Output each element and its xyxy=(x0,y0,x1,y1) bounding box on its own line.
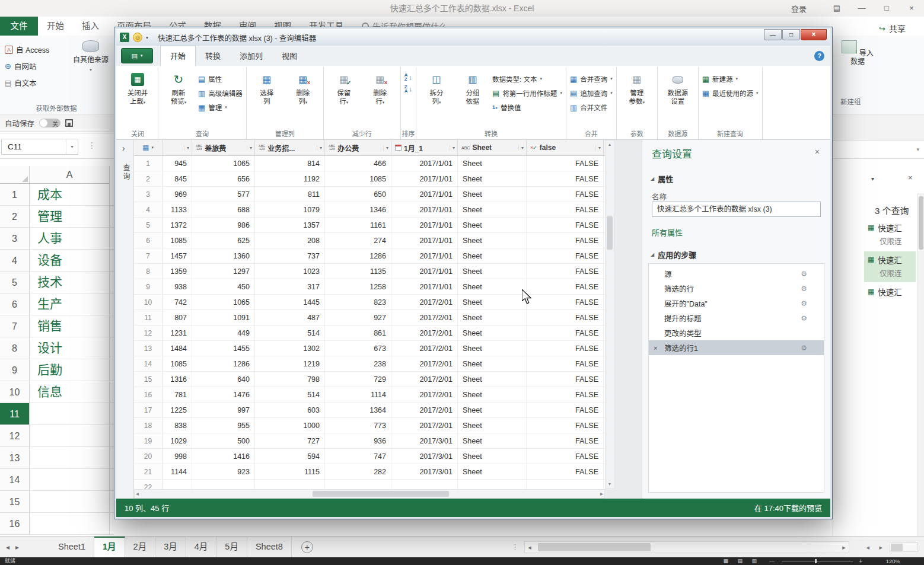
scroll-up-icon[interactable]: ▴ xyxy=(606,141,614,149)
filter-icon[interactable]: ▾ xyxy=(450,145,455,151)
grid-cell[interactable]: 1286 xyxy=(192,356,255,371)
all-properties-link[interactable]: 所有属性 xyxy=(652,226,683,238)
feedback-smiley-icon[interactable]: ☺ xyxy=(133,33,142,42)
grid-cell[interactable]: FALSE xyxy=(527,418,604,433)
cell-A12[interactable] xyxy=(30,425,110,447)
from-web-button[interactable]: ⊕ 自网站 xyxy=(5,60,36,72)
gear-icon[interactable]: ⚙ xyxy=(801,314,807,323)
grid-cell[interactable]: 208 xyxy=(255,233,325,248)
cell-A4[interactable]: 设备 xyxy=(30,250,110,272)
from-text-button[interactable]: ▤ 自文本 xyxy=(5,77,37,88)
row-header-16[interactable]: 16 xyxy=(0,513,30,535)
query-name-input[interactable]: 快速汇总多个工作表的数据 xlsx (3) xyxy=(652,202,821,217)
grid-cell[interactable]: FALSE xyxy=(527,218,604,232)
grid-cell[interactable]: 1085 xyxy=(163,233,192,248)
grid-cell[interactable]: 282 xyxy=(325,464,391,479)
close-and-load-button[interactable]: ▦ 关闭并上载▾ xyxy=(121,69,154,107)
row-header-1[interactable]: 1 xyxy=(0,184,30,206)
grid-cell[interactable]: Sheet xyxy=(458,341,527,356)
restore-icon[interactable]: □ xyxy=(782,29,800,40)
properties-button[interactable]: ▤ 属性 xyxy=(198,73,243,85)
advanced-editor-button[interactable]: ▥ 高级编辑器 xyxy=(198,87,243,99)
pane-scrollbar[interactable] xyxy=(917,193,924,536)
cell-A11[interactable] xyxy=(30,403,110,425)
scrollbar-thumb[interactable] xyxy=(538,543,651,551)
type-any-icon[interactable]: ABC123 xyxy=(196,145,202,151)
file-menu-button[interactable]: ▤▾ xyxy=(121,48,153,63)
grid-cell[interactable]: Sheet xyxy=(458,325,527,340)
editor-tab-视图[interactable]: 视图 xyxy=(272,46,307,66)
merge-queries-button[interactable]: ▦ 合并查询 ▾ xyxy=(570,73,613,85)
grid-cell[interactable]: 1023 xyxy=(255,264,325,279)
gear-icon[interactable]: ⚙ xyxy=(801,344,807,352)
grid-cell[interactable]: 727 xyxy=(255,433,325,448)
pane-options-icon[interactable]: ▾ xyxy=(871,175,874,182)
grid-cell[interactable]: 955 xyxy=(192,418,255,433)
sort-descending-button[interactable]: ZA↓ xyxy=(404,85,412,93)
cell-A1[interactable]: 成本 xyxy=(30,184,110,206)
filter-icon[interactable]: ▾ xyxy=(518,145,524,151)
grid-corner-button[interactable]: ▦▾ xyxy=(134,140,163,155)
cell-A6[interactable]: 生产 xyxy=(30,293,110,315)
grid-cell[interactable]: FALSE xyxy=(527,372,604,387)
col-header-false[interactable]: ×✓false▾ xyxy=(527,140,604,155)
data-type-button[interactable]: 数据类型: 文本 ▾ xyxy=(492,73,562,85)
page-layout-view-icon[interactable]: ▤ xyxy=(737,557,743,565)
row-header-9[interactable]: 9 xyxy=(0,359,30,381)
applied-step-源[interactable]: 源⚙ xyxy=(649,266,824,281)
pane-scrollbar[interactable] xyxy=(890,542,918,552)
scroll-left-icon[interactable]: ◂ xyxy=(136,490,139,498)
grid-cell[interactable]: 737 xyxy=(255,248,325,263)
group-by-button[interactable]: ▥ 分组依据 xyxy=(456,69,489,106)
sheet-nav-left-icon[interactable]: ◂ xyxy=(6,543,9,551)
grid-cell[interactable]: FALSE xyxy=(527,387,604,402)
grid-cell[interactable]: FALSE xyxy=(527,187,604,202)
grid-cell[interactable]: 487 xyxy=(255,310,325,325)
grid-cell[interactable]: 1065 xyxy=(192,295,255,309)
grid-cell[interactable]: 945 xyxy=(163,156,192,171)
minimize-icon[interactable]: — xyxy=(849,0,874,17)
grid-cell[interactable]: 2017/1/01 xyxy=(391,156,458,171)
grid-cell[interactable]: 514 xyxy=(255,325,325,340)
applied-step-筛选的行1[interactable]: ×筛选的行1⚙ xyxy=(649,340,824,355)
grid-cell[interactable]: 2017/1/01 xyxy=(391,171,458,186)
zoom-in-icon[interactable]: + xyxy=(859,557,862,565)
grid-cell[interactable] xyxy=(192,480,255,489)
zoom-out-icon[interactable]: — xyxy=(769,557,775,565)
grid-cell[interactable]: Sheet xyxy=(458,187,527,202)
grid-cell[interactable]: Sheet xyxy=(458,248,527,263)
zoom-level[interactable]: 120% xyxy=(886,557,900,565)
sheet-tab-Sheet1[interactable]: Sheet1 xyxy=(50,537,94,557)
chevron-down-icon[interactable]: ▾ xyxy=(146,35,148,40)
grid-cell[interactable]: 673 xyxy=(325,341,391,356)
grid-cell[interactable]: Sheet xyxy=(458,403,527,417)
col-header-差旅费[interactable]: ABC123差旅费▾ xyxy=(192,140,255,155)
grid-cell[interactable]: 997 xyxy=(192,403,255,417)
gear-icon[interactable]: ⚙ xyxy=(801,285,807,293)
row-header-13[interactable]: 13 xyxy=(0,447,30,469)
grid-cell[interactable]: 1457 xyxy=(163,248,192,263)
new-source-button[interactable]: ▦ 新建源 ▾ xyxy=(702,73,759,85)
scroll-right-icon[interactable]: ▸ xyxy=(839,544,849,551)
column-header-A[interactable]: A xyxy=(30,166,110,184)
refresh-preview-button[interactable]: ↻ 刷新预览▾ xyxy=(162,69,195,107)
grid-cell[interactable]: Sheet xyxy=(458,218,527,232)
scrollbar-thumb[interactable] xyxy=(919,196,923,250)
grid-cell[interactable]: Sheet xyxy=(458,279,527,294)
grid-cell[interactable]: 923 xyxy=(192,464,255,479)
grid-cell[interactable]: 1316 xyxy=(163,372,192,387)
grid-cell[interactable]: 807 xyxy=(163,310,192,325)
grid-cell[interactable]: 2017/1/01 xyxy=(391,279,458,294)
grid-cell[interactable]: 729 xyxy=(325,372,391,387)
grid-cell[interactable]: Sheet xyxy=(458,295,527,309)
grid-cell[interactable]: 1372 xyxy=(163,218,192,232)
cell-A2[interactable]: 管理 xyxy=(30,206,110,228)
cell-A13[interactable] xyxy=(30,447,110,469)
row-header-4[interactable]: 4 xyxy=(0,250,30,272)
grid-cell[interactable]: Sheet xyxy=(458,433,527,448)
grid-cell[interactable]: 811 xyxy=(255,187,325,202)
pane-close-icon[interactable]: × xyxy=(908,173,913,182)
scroll-down-icon[interactable]: ▾ xyxy=(606,480,614,489)
ribbon-tab-开始[interactable]: 开始 xyxy=(38,17,73,36)
data-source-settings-button[interactable]: 数据源设置 xyxy=(661,69,694,106)
